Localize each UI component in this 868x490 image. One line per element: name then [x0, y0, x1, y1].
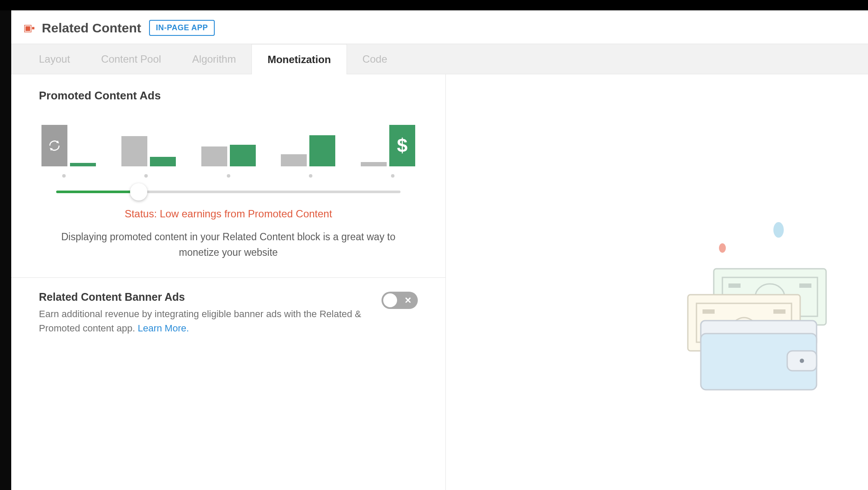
- slider-thumb[interactable]: [130, 183, 147, 200]
- slider-track: [56, 191, 401, 193]
- svg-point-14: [800, 359, 804, 363]
- svg-point-1: [719, 243, 726, 253]
- tab-layout[interactable]: Layout: [23, 44, 86, 74]
- ratio-bars-viz: $: [39, 115, 418, 166]
- dollar-icon: $: [397, 135, 407, 156]
- organic-bar: [281, 154, 307, 166]
- toggle-thumb: [383, 293, 397, 307]
- refresh-icon: [48, 139, 61, 153]
- svg-rect-10: [773, 309, 785, 314]
- banner-ads-title: Related Content Banner Ads: [39, 291, 369, 303]
- banner-ads-toggle[interactable]: ✕: [382, 292, 418, 309]
- promoted-content-section: Promoted Content Ads: [11, 74, 445, 278]
- organic-bar: [361, 162, 387, 166]
- promoted-bar: [230, 145, 256, 166]
- promoted-description: Displaying promoted content in your Rela…: [39, 229, 418, 260]
- promoted-bar: [70, 163, 96, 166]
- tab-content-pool[interactable]: Content Pool: [86, 44, 177, 74]
- app-window: ▣▪ Related Content IN-PAGE APP Layout Co…: [11, 10, 868, 490]
- related-content-icon: ▣▪: [23, 22, 34, 34]
- page-title: Related Content: [42, 21, 141, 35]
- toggle-off-icon: ✕: [404, 295, 412, 305]
- promoted-bar: [150, 157, 176, 166]
- promoted-bar: $: [389, 125, 415, 166]
- ratio-dots: [39, 174, 418, 178]
- dot: [391, 174, 394, 178]
- banner-ads-description: Earn additional revenue by integrating e…: [39, 307, 369, 335]
- organic-bar: [201, 146, 227, 166]
- banner-ads-section: Related Content Banner Ads Earn addition…: [11, 278, 445, 348]
- status-text: Status: Low earnings from Promoted Conte…: [39, 208, 418, 220]
- tab-code[interactable]: Code: [347, 44, 403, 74]
- app-left-rail: [0, 10, 11, 490]
- svg-point-0: [773, 222, 784, 238]
- ratio-option-2[interactable]: [121, 136, 176, 166]
- tabs: Layout Content Pool Algorithm Monetizati…: [11, 44, 868, 74]
- ratio-option-4[interactable]: [281, 135, 335, 166]
- ratio-slider[interactable]: [39, 191, 418, 193]
- in-page-app-badge: IN-PAGE APP: [149, 20, 215, 36]
- tab-algorithm[interactable]: Algorithm: [177, 44, 251, 74]
- wallet-illustration: [658, 221, 830, 403]
- dot: [227, 174, 230, 178]
- dot: [309, 174, 312, 178]
- ratio-option-5[interactable]: $: [361, 125, 415, 166]
- slider-fill: [56, 191, 139, 193]
- svg-rect-5: [799, 283, 811, 288]
- organic-bar: [121, 136, 147, 166]
- ratio-option-1[interactable]: [41, 125, 96, 166]
- ratio-option-3[interactable]: [201, 145, 256, 166]
- settings-panel: Promoted Content Ads: [11, 74, 446, 490]
- svg-rect-9: [703, 309, 715, 314]
- svg-rect-4: [728, 283, 741, 288]
- preview-panel: [446, 74, 868, 490]
- promoted-bar: [309, 135, 335, 166]
- tab-monetization[interactable]: Monetization: [251, 44, 347, 74]
- promoted-content-title: Promoted Content Ads: [39, 89, 418, 102]
- learn-more-link[interactable]: Learn More.: [138, 323, 189, 334]
- organic-bar: [41, 125, 67, 166]
- banner-ads-desc-text: Earn additional revenue by integrating e…: [39, 309, 361, 334]
- os-top-bar: [0, 0, 868, 10]
- dot: [144, 174, 148, 178]
- dot: [62, 174, 66, 178]
- title-bar: ▣▪ Related Content IN-PAGE APP: [11, 10, 868, 44]
